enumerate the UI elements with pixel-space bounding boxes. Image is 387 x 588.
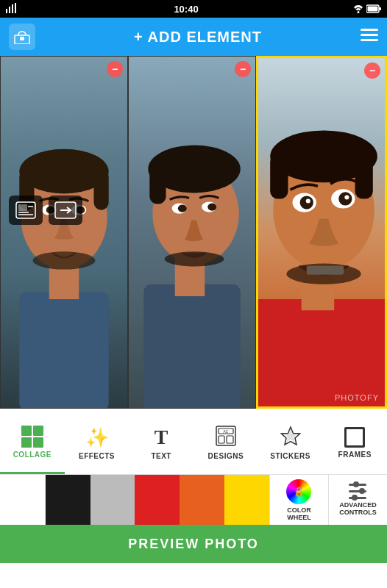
adjust-button[interactable] <box>9 196 43 225</box>
designs-icon: AC <box>216 426 236 449</box>
svg-point-24 <box>33 251 96 269</box>
sliders-icon <box>349 484 366 499</box>
svg-rect-26 <box>143 284 241 408</box>
photo-panel-1[interactable]: − <box>0 56 128 409</box>
status-icons <box>353 4 381 14</box>
color-wheel-icon: 🔒 <box>286 479 311 504</box>
svg-rect-14 <box>19 292 108 408</box>
stickers-tool[interactable]: STICKERS <box>258 409 323 474</box>
frames-tool[interactable]: FRAMES <box>322 409 387 474</box>
svg-rect-3 <box>15 3 16 13</box>
advanced-controls-button[interactable]: ADVANCEDCONTROLS <box>328 475 387 525</box>
svg-rect-2 <box>12 4 13 13</box>
color-wheel-label: COLORWHEEL <box>287 506 311 521</box>
collage-icon <box>21 426 43 448</box>
remove-photo-3-button[interactable]: − <box>364 62 380 79</box>
color-swatch-red[interactable] <box>135 475 180 525</box>
remove-photo-2-button[interactable]: − <box>235 61 251 77</box>
collage-tool[interactable]: COLLAGE <box>0 409 65 474</box>
advanced-controls-label: ADVANCEDCONTROLS <box>339 501 377 516</box>
swap-button[interactable] <box>49 196 82 225</box>
color-swatch-gray[interactable] <box>90 475 135 525</box>
text-icon: T <box>155 426 168 449</box>
status-left-icon <box>6 3 19 15</box>
svg-point-4 <box>358 11 360 13</box>
photo-panel-3[interactable]: − PHOTOFY <box>256 56 387 409</box>
status-bar: 10:40 <box>0 0 387 18</box>
effects-label: EFFECTS <box>79 452 115 460</box>
text-tool[interactable]: T TEXT <box>129 409 194 474</box>
color-swatch-orange[interactable] <box>180 475 224 525</box>
text-label: TEXT <box>151 452 171 460</box>
effects-icon: ✨ <box>85 426 109 449</box>
stickers-icon <box>280 426 301 449</box>
menu-button[interactable] <box>361 29 378 45</box>
header-title: + ADD ELEMENT <box>134 29 262 46</box>
designs-tool[interactable]: AC DESIGNS <box>194 409 258 474</box>
tools-row: COLLAGE ✨ EFFECTS T TEXT AC DESIGNS <box>0 409 387 475</box>
svg-rect-7 <box>368 7 378 12</box>
color-wheel-button[interactable]: 🔒 COLORWHEEL <box>269 475 328 525</box>
svg-rect-6 <box>379 7 381 10</box>
svg-rect-61 <box>227 436 233 443</box>
svg-rect-9 <box>20 37 24 40</box>
svg-rect-0 <box>6 9 7 13</box>
svg-rect-52 <box>18 204 27 211</box>
stickers-label: STICKERS <box>270 452 310 460</box>
remove-photo-1-button[interactable]: − <box>107 61 123 77</box>
svg-rect-11 <box>361 34 378 36</box>
svg-point-35 <box>165 251 224 266</box>
color-row: 🔒 COLORWHEEL <box>0 475 387 525</box>
color-swatch-black[interactable] <box>46 475 90 525</box>
top-header: + ADD ELEMENT <box>0 18 387 56</box>
svg-rect-12 <box>361 39 378 41</box>
designs-label: DESIGNS <box>208 452 244 460</box>
bottom-toolbar: COLLAGE ✨ EFFECTS T TEXT AC DESIGNS <box>0 409 387 588</box>
svg-text:AC: AC <box>223 429 228 434</box>
frames-label: FRAMES <box>338 451 372 459</box>
shop-button[interactable] <box>9 24 35 50</box>
frames-icon <box>344 427 365 448</box>
watermark: PHOTOFY <box>335 393 379 402</box>
edit-controls <box>0 191 387 229</box>
photo-area: − <box>0 56 387 409</box>
svg-point-50 <box>286 263 361 284</box>
lock-icon: 🔒 <box>294 487 305 497</box>
svg-rect-1 <box>9 7 10 13</box>
effects-tool[interactable]: ✨ EFFECTS <box>65 409 129 474</box>
color-swatch-yellow[interactable] <box>224 475 269 525</box>
status-time: 10:40 <box>174 4 198 15</box>
svg-rect-60 <box>219 436 224 443</box>
preview-photo-button[interactable]: PREVIEW PHOTO <box>0 525 387 563</box>
color-swatch-white[interactable] <box>0 475 46 525</box>
svg-rect-10 <box>361 29 378 31</box>
collage-label: COLLAGE <box>13 451 52 459</box>
photo-panel-2[interactable]: − <box>128 56 256 409</box>
svg-rect-37 <box>258 299 385 406</box>
